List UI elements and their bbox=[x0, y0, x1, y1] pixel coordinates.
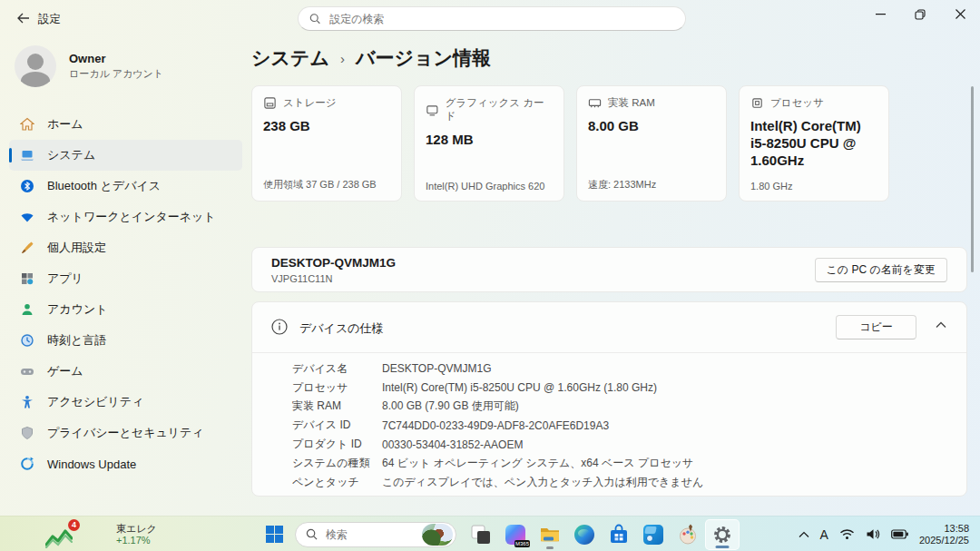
card-title: プロセッサ bbox=[770, 96, 824, 110]
main-content: システム › バージョン情報 ストレージ 238 GB 使用領域 37 GB /… bbox=[251, 44, 980, 516]
sidebar-item-privacy-security[interactable]: プライバシーとセキュリティ bbox=[9, 418, 242, 448]
spec-label: プロセッサ bbox=[292, 380, 382, 396]
settings-search-box[interactable] bbox=[298, 6, 686, 31]
minimize-icon bbox=[876, 9, 886, 19]
sidebar-item-label: 時刻と言語 bbox=[47, 332, 106, 349]
copilot-m365-button[interactable]: M365 bbox=[498, 519, 533, 550]
widgets-button[interactable]: 4 東エレク +1.17% bbox=[45, 518, 163, 550]
spec-label: システムの種類 bbox=[292, 456, 382, 471]
battery-status-icon[interactable] bbox=[886, 519, 914, 550]
open-app-indicator bbox=[546, 546, 554, 549]
spec-label: デバイス名 bbox=[292, 361, 382, 377]
restore-icon bbox=[915, 9, 926, 20]
restore-button[interactable] bbox=[900, 0, 940, 28]
sidebar-item-home[interactable]: ホーム bbox=[9, 109, 242, 140]
user-account-button[interactable]: Owner ローカル アカウント bbox=[15, 45, 163, 87]
sidebar-item-time-language[interactable]: 時刻と言語 bbox=[9, 325, 242, 356]
card-title: ストレージ bbox=[283, 96, 337, 110]
spec-row: ペンとタッチこのディスプレイでは、ペン入力とタッチ入力は利用できません bbox=[292, 473, 948, 492]
minimize-button[interactable] bbox=[860, 0, 900, 28]
start-button[interactable] bbox=[257, 519, 291, 550]
taskbar: 4 東エレク +1.17% M365 bbox=[0, 516, 980, 551]
notification-badge: 4 bbox=[68, 519, 80, 531]
sidebar-item-windows-update[interactable]: Windows Update bbox=[9, 448, 242, 479]
taskbar-search-input[interactable] bbox=[324, 527, 418, 542]
tray-overflow-button[interactable] bbox=[793, 519, 815, 550]
device-specs-title: デバイスの仕様 bbox=[299, 320, 384, 337]
spec-row: デバイス ID7C744DD0-0233-49D9-ADF8-2C0AFE6D1… bbox=[292, 416, 948, 435]
stock-change: +1.17% bbox=[116, 535, 157, 546]
copy-button[interactable]: コピー bbox=[836, 315, 916, 339]
card-detail: Intel(R) UHD Graphics 620 bbox=[426, 181, 544, 192]
clock[interactable]: 13:58 2025/12/25 bbox=[914, 523, 980, 546]
sidebar-item-label: ネットワークとインターネット bbox=[47, 209, 216, 225]
outlook-button[interactable] bbox=[636, 519, 671, 550]
processor-card[interactable]: プロセッサ Intel(R) Core(TM) i5-8250U CPU @ 1… bbox=[739, 85, 889, 202]
sidebar-item-label: Bluetooth とデバイス bbox=[47, 178, 161, 194]
ime-indicator[interactable]: A bbox=[815, 519, 834, 550]
sidebar-item-label: ホーム bbox=[47, 116, 83, 133]
tray-date: 2025/12/25 bbox=[919, 535, 969, 546]
spec-label: プロダクト ID bbox=[292, 437, 382, 452]
settings-search-input[interactable] bbox=[328, 12, 674, 26]
edge-button[interactable] bbox=[567, 519, 602, 550]
storage-card[interactable]: ストレージ 238 GB 使用領域 37 GB / 238 GB bbox=[251, 85, 402, 202]
close-button[interactable] bbox=[940, 0, 980, 28]
bluetooth-icon bbox=[20, 179, 34, 193]
sidebar-item-network-internet[interactable]: ネットワークとインターネット bbox=[9, 202, 242, 232]
windows-logo-icon bbox=[265, 525, 284, 544]
breadcrumb-system[interactable]: システム bbox=[251, 45, 329, 71]
battery-icon bbox=[891, 529, 908, 539]
sidebar-item-apps[interactable]: アプリ bbox=[9, 263, 242, 294]
device-specs-header[interactable]: デバイスの仕様 コピー bbox=[252, 302, 966, 352]
paint-button[interactable] bbox=[671, 519, 705, 550]
outlook-icon bbox=[643, 525, 663, 545]
taskbar-search-box[interactable] bbox=[295, 522, 456, 547]
sidebar-item-label: プライバシーとセキュリティ bbox=[47, 425, 204, 441]
card-detail: 速度: 2133MHz bbox=[588, 178, 656, 192]
breadcrumb-separator: › bbox=[340, 51, 345, 66]
apps-icon bbox=[20, 271, 34, 286]
settings-window: 設定 Owner ローカル アカウント bbox=[0, 0, 980, 551]
app-title: 設定 bbox=[38, 12, 61, 27]
paintbrush-icon bbox=[20, 241, 34, 255]
vertical-scrollbar[interactable] bbox=[971, 86, 974, 272]
sidebar-nav: ホーム システム Bluetooth とデバイス ネットワークとインターネット … bbox=[0, 109, 251, 479]
card-value: 238 GB bbox=[263, 117, 390, 134]
card-detail: 1.80 GHz bbox=[750, 181, 792, 192]
speaker-icon bbox=[866, 528, 880, 540]
task-view-icon bbox=[470, 524, 492, 546]
summary-cards: ストレージ 238 GB 使用領域 37 GB / 238 GB グラフィックス… bbox=[251, 85, 889, 202]
breadcrumb: システム › バージョン情報 bbox=[251, 45, 491, 71]
window-controls bbox=[860, 0, 980, 28]
card-value: 8.00 GB bbox=[588, 117, 715, 134]
sidebar-item-system[interactable]: システム bbox=[9, 140, 242, 171]
device-name: DESKTOP-QVMJM1G bbox=[271, 256, 396, 270]
chevron-up-icon bbox=[799, 531, 809, 538]
file-explorer-button[interactable] bbox=[533, 519, 567, 550]
settings-button[interactable] bbox=[705, 519, 740, 550]
gpu-icon bbox=[426, 103, 439, 117]
ram-card[interactable]: 実装 RAM 8.00 GB 速度: 2133MHz bbox=[576, 85, 727, 202]
sidebar-item-label: 個人用設定 bbox=[47, 240, 106, 256]
microsoft-store-button[interactable] bbox=[602, 519, 636, 550]
sidebar-item-bluetooth-devices[interactable]: Bluetooth とデバイス bbox=[9, 171, 242, 202]
wifi-icon bbox=[839, 528, 855, 540]
sidebar-item-personalization[interactable]: 個人用設定 bbox=[9, 232, 242, 263]
edge-icon bbox=[574, 525, 594, 545]
search-highlight-image[interactable] bbox=[422, 524, 453, 546]
graphics-card[interactable]: グラフィックス カード 128 MB Intel(R) UHD Graphics… bbox=[414, 85, 564, 202]
sidebar-item-accessibility[interactable]: アクセシビリティ bbox=[9, 387, 242, 418]
sidebar-item-label: アプリ bbox=[47, 271, 83, 287]
back-button[interactable] bbox=[11, 7, 34, 29]
wifi-status-icon[interactable] bbox=[834, 519, 860, 550]
system-tray: A 13:58 2025/12/25 bbox=[793, 517, 980, 551]
sidebar-item-accounts[interactable]: アカウント bbox=[9, 294, 242, 325]
task-view-button[interactable] bbox=[464, 519, 498, 550]
chevron-up-icon[interactable] bbox=[936, 321, 946, 329]
sidebar-item-gaming[interactable]: ゲーム bbox=[9, 356, 242, 387]
rename-pc-button[interactable]: この PC の名前を変更 bbox=[815, 258, 947, 282]
search-icon bbox=[309, 13, 320, 25]
volume-status-icon[interactable] bbox=[860, 519, 886, 550]
clock-globe-icon bbox=[20, 333, 34, 348]
